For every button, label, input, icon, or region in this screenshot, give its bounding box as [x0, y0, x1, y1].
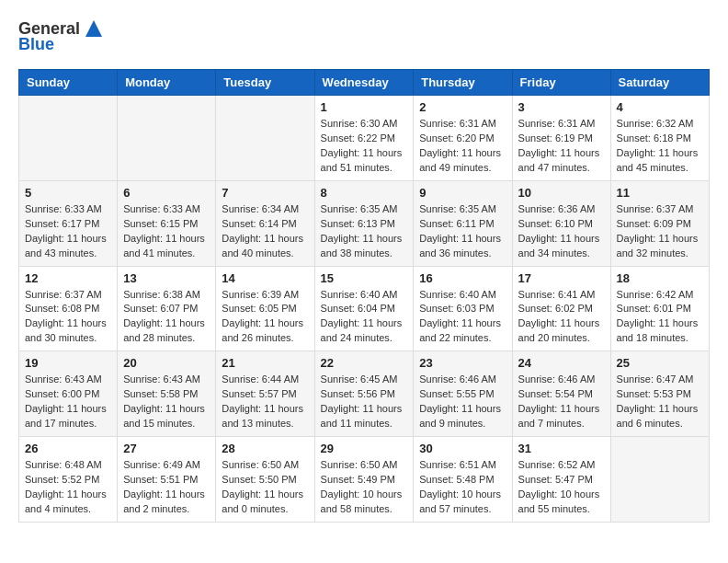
weekday-header-sunday: Sunday	[19, 70, 118, 96]
calendar-cell: 9Sunrise: 6:35 AM Sunset: 6:11 PM Daylig…	[414, 180, 512, 266]
weekday-header-tuesday: Tuesday	[216, 70, 314, 96]
calendar-cell: 24Sunrise: 6:46 AM Sunset: 5:54 PM Dayli…	[512, 351, 610, 437]
calendar-cell: 26Sunrise: 6:48 AM Sunset: 5:52 PM Dayli…	[19, 437, 118, 523]
day-info: Sunrise: 6:43 AM Sunset: 6:00 PM Dayligh…	[25, 373, 111, 431]
calendar-cell	[118, 96, 216, 181]
calendar-cell: 13Sunrise: 6:38 AM Sunset: 6:07 PM Dayli…	[118, 266, 216, 351]
day-number: 3	[518, 100, 605, 114]
day-number: 12	[25, 271, 111, 285]
day-info: Sunrise: 6:46 AM Sunset: 5:55 PM Dayligh…	[419, 373, 506, 431]
calendar-cell: 3Sunrise: 6:31 AM Sunset: 6:19 PM Daylig…	[512, 96, 610, 181]
calendar-cell: 7Sunrise: 6:34 AM Sunset: 6:14 PM Daylig…	[216, 180, 314, 266]
day-number: 19	[25, 356, 111, 370]
calendar-cell: 23Sunrise: 6:46 AM Sunset: 5:55 PM Dayli…	[414, 351, 512, 437]
calendar-cell: 4Sunrise: 6:32 AM Sunset: 6:18 PM Daylig…	[610, 96, 709, 181]
day-info: Sunrise: 6:37 AM Sunset: 6:08 PM Dayligh…	[25, 288, 111, 347]
day-number: 1	[321, 100, 408, 114]
day-info: Sunrise: 6:34 AM Sunset: 6:14 PM Dayligh…	[222, 202, 308, 261]
day-number: 6	[123, 186, 210, 200]
day-info: Sunrise: 6:46 AM Sunset: 5:54 PM Dayligh…	[518, 373, 605, 431]
day-number: 22	[321, 356, 408, 370]
calendar-cell: 19Sunrise: 6:43 AM Sunset: 6:00 PM Dayli…	[19, 351, 118, 437]
calendar-cell: 15Sunrise: 6:40 AM Sunset: 6:04 PM Dayli…	[314, 266, 414, 351]
calendar-cell: 28Sunrise: 6:50 AM Sunset: 5:50 PM Dayli…	[216, 437, 314, 523]
calendar-table: SundayMondayTuesdayWednesdayThursdayFrid…	[18, 69, 710, 523]
day-info: Sunrise: 6:31 AM Sunset: 6:19 PM Dayligh…	[518, 117, 605, 176]
calendar-cell: 17Sunrise: 6:41 AM Sunset: 6:02 PM Dayli…	[512, 266, 610, 351]
day-number: 28	[222, 442, 308, 455]
calendar-cell: 8Sunrise: 6:35 AM Sunset: 6:13 PM Daylig…	[314, 180, 414, 266]
day-number: 2	[419, 100, 506, 114]
calendar-week-1: 1Sunrise: 6:30 AM Sunset: 6:22 PM Daylig…	[19, 96, 710, 181]
calendar-cell	[610, 437, 709, 523]
day-number: 20	[123, 356, 210, 370]
day-info: Sunrise: 6:33 AM Sunset: 6:15 PM Dayligh…	[123, 202, 210, 261]
page-header: General Blue	[18, 18, 710, 54]
day-number: 10	[518, 186, 605, 200]
calendar-cell: 22Sunrise: 6:45 AM Sunset: 5:56 PM Dayli…	[314, 351, 414, 437]
day-number: 29	[321, 442, 408, 455]
day-info: Sunrise: 6:50 AM Sunset: 5:50 PM Dayligh…	[222, 458, 308, 517]
day-info: Sunrise: 6:41 AM Sunset: 6:02 PM Dayligh…	[518, 288, 605, 347]
day-number: 15	[321, 271, 408, 285]
calendar-week-5: 26Sunrise: 6:48 AM Sunset: 5:52 PM Dayli…	[19, 437, 710, 523]
day-info: Sunrise: 6:31 AM Sunset: 6:20 PM Dayligh…	[419, 117, 506, 176]
day-info: Sunrise: 6:39 AM Sunset: 6:05 PM Dayligh…	[222, 288, 308, 347]
day-info: Sunrise: 6:52 AM Sunset: 5:47 PM Dayligh…	[518, 458, 605, 517]
day-number: 13	[123, 271, 210, 285]
calendar-week-4: 19Sunrise: 6:43 AM Sunset: 6:00 PM Dayli…	[19, 351, 710, 437]
day-number: 16	[419, 271, 506, 285]
day-info: Sunrise: 6:35 AM Sunset: 6:13 PM Dayligh…	[321, 202, 408, 261]
day-number: 8	[321, 186, 408, 200]
day-number: 14	[222, 271, 308, 285]
weekday-header-saturday: Saturday	[610, 70, 709, 96]
calendar-cell: 5Sunrise: 6:33 AM Sunset: 6:17 PM Daylig…	[19, 180, 118, 266]
calendar-cell: 18Sunrise: 6:42 AM Sunset: 6:01 PM Dayli…	[610, 266, 709, 351]
day-number: 25	[617, 356, 703, 370]
day-number: 18	[617, 271, 703, 285]
day-number: 31	[518, 442, 605, 455]
day-info: Sunrise: 6:49 AM Sunset: 5:51 PM Dayligh…	[123, 458, 210, 517]
logo: General Blue	[18, 18, 104, 54]
calendar-cell	[216, 96, 314, 181]
day-info: Sunrise: 6:38 AM Sunset: 6:07 PM Dayligh…	[123, 288, 210, 347]
day-number: 26	[25, 442, 111, 455]
day-number: 21	[222, 356, 308, 370]
day-info: Sunrise: 6:40 AM Sunset: 6:03 PM Dayligh…	[419, 288, 506, 347]
calendar-cell: 30Sunrise: 6:51 AM Sunset: 5:48 PM Dayli…	[414, 437, 512, 523]
calendar-cell: 11Sunrise: 6:37 AM Sunset: 6:09 PM Dayli…	[610, 180, 709, 266]
calendar-cell: 27Sunrise: 6:49 AM Sunset: 5:51 PM Dayli…	[118, 437, 216, 523]
calendar-cell: 21Sunrise: 6:44 AM Sunset: 5:57 PM Dayli…	[216, 351, 314, 437]
calendar-header-row: SundayMondayTuesdayWednesdayThursdayFrid…	[19, 70, 710, 96]
day-number: 23	[419, 356, 506, 370]
day-number: 27	[123, 442, 210, 455]
weekday-header-monday: Monday	[118, 70, 216, 96]
calendar-cell	[19, 96, 118, 181]
calendar-week-3: 12Sunrise: 6:37 AM Sunset: 6:08 PM Dayli…	[19, 266, 710, 351]
weekday-header-friday: Friday	[512, 70, 610, 96]
day-number: 9	[419, 186, 506, 200]
calendar-cell: 20Sunrise: 6:43 AM Sunset: 5:58 PM Dayli…	[118, 351, 216, 437]
day-info: Sunrise: 6:51 AM Sunset: 5:48 PM Dayligh…	[419, 458, 506, 517]
day-info: Sunrise: 6:45 AM Sunset: 5:56 PM Dayligh…	[321, 373, 408, 431]
day-number: 5	[25, 186, 111, 200]
day-info: Sunrise: 6:50 AM Sunset: 5:49 PM Dayligh…	[321, 458, 408, 517]
day-number: 17	[518, 271, 605, 285]
day-number: 7	[222, 186, 308, 200]
calendar-cell: 31Sunrise: 6:52 AM Sunset: 5:47 PM Dayli…	[512, 437, 610, 523]
calendar-cell: 10Sunrise: 6:36 AM Sunset: 6:10 PM Dayli…	[512, 180, 610, 266]
calendar-week-2: 5Sunrise: 6:33 AM Sunset: 6:17 PM Daylig…	[19, 180, 710, 266]
calendar-cell: 1Sunrise: 6:30 AM Sunset: 6:22 PM Daylig…	[314, 96, 414, 181]
calendar-cell: 16Sunrise: 6:40 AM Sunset: 6:03 PM Dayli…	[414, 266, 512, 351]
calendar-cell: 29Sunrise: 6:50 AM Sunset: 5:49 PM Dayli…	[314, 437, 414, 523]
weekday-header-wednesday: Wednesday	[314, 70, 414, 96]
day-info: Sunrise: 6:35 AM Sunset: 6:11 PM Dayligh…	[419, 202, 506, 261]
day-info: Sunrise: 6:37 AM Sunset: 6:09 PM Dayligh…	[617, 202, 703, 261]
logo-icon	[84, 18, 104, 39]
day-info: Sunrise: 6:42 AM Sunset: 6:01 PM Dayligh…	[617, 288, 703, 347]
day-info: Sunrise: 6:48 AM Sunset: 5:52 PM Dayligh…	[25, 458, 111, 517]
weekday-header-thursday: Thursday	[414, 70, 512, 96]
day-info: Sunrise: 6:43 AM Sunset: 5:58 PM Dayligh…	[123, 373, 210, 431]
day-info: Sunrise: 6:47 AM Sunset: 5:53 PM Dayligh…	[617, 373, 703, 431]
day-info: Sunrise: 6:30 AM Sunset: 6:22 PM Dayligh…	[321, 117, 408, 176]
